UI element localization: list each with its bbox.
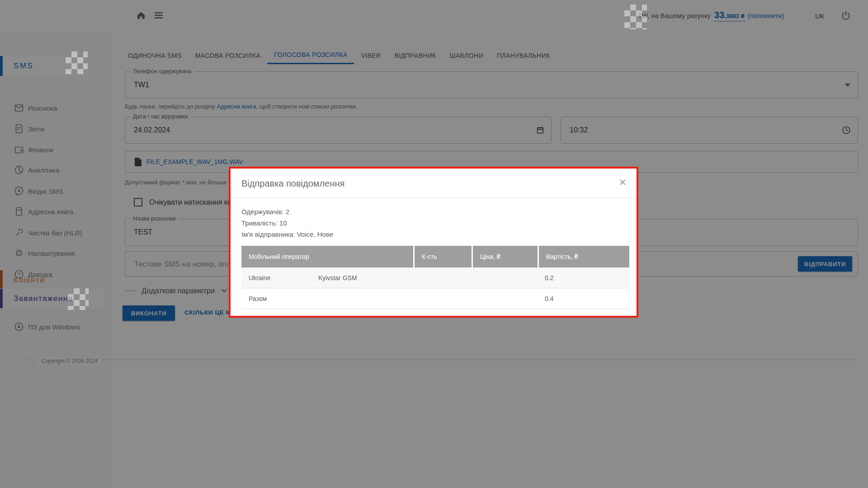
cell-qty [413, 288, 472, 309]
column-header-cost: Вартість, ₴ [538, 246, 629, 267]
cell-cost: 0.4 [538, 288, 629, 309]
cell-country: Разом [249, 295, 318, 302]
modal-header: Відправка повідомлення ✕ [231, 169, 637, 198]
send-confirmation-modal: Відправка повідомлення ✕ Одержувачів: 2 … [229, 167, 638, 318]
app-window: TW, на Вашому рахунку 33,3883 ₴ (поповни… [0, 0, 868, 488]
cell-operator-name: Kyivstar GSM [318, 274, 357, 282]
table-header-row: Мобільний оператор К-сть Ціна, ₴ Вартіст… [241, 246, 629, 267]
table-row: Разом 0.4 [241, 288, 629, 309]
cell-cost: 0.2 [538, 267, 629, 288]
cell-qty [413, 267, 472, 288]
modal-body: Одержувачів: 2 Тривалість: 10 Ім'я відпр… [231, 198, 637, 309]
modal-title: Відправка повідомлення [241, 178, 344, 189]
recipients-count: Одержувачів: 2 [241, 206, 626, 217]
column-header-qty: К-сть [413, 246, 472, 267]
column-header-price: Ціна, ₴ [472, 246, 538, 267]
duration-value: Тривалість: 10 [241, 217, 626, 229]
operators-table: Мобільний оператор К-сть Ціна, ₴ Вартіст… [241, 246, 629, 309]
close-icon[interactable]: ✕ [618, 178, 627, 187]
sender-name: Ім'я відправника: Voice, Нове [241, 229, 626, 240]
cell-country: Ukraine [249, 274, 318, 282]
cell-operator: Ukraine Kyivstar GSM [241, 267, 413, 288]
table-row: Ukraine Kyivstar GSM 0.2 [241, 267, 629, 288]
cell-price [472, 288, 538, 309]
column-header-operator: Мобільний оператор [241, 246, 413, 267]
cell-price [472, 267, 538, 288]
cell-operator: Разом [241, 288, 413, 309]
